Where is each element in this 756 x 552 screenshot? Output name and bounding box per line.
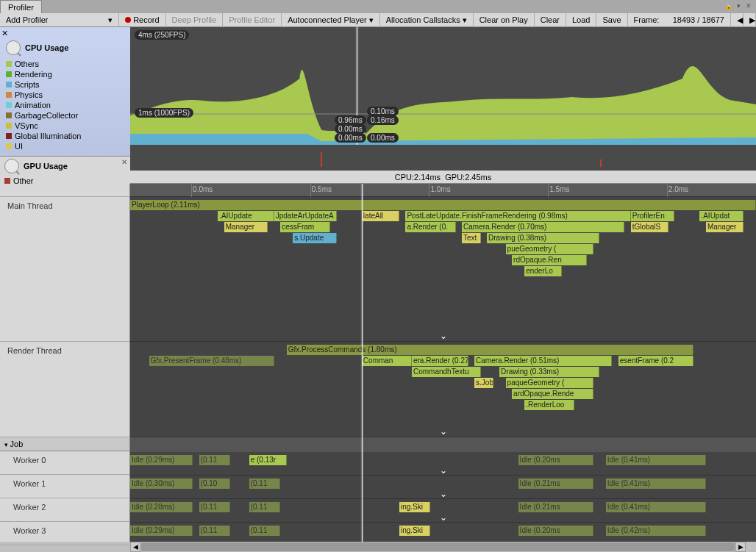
profiler-bar[interactable]: Idle (0.29ms): [130, 455, 193, 465]
profiler-bar[interactable]: Idle (0.20ms: [518, 455, 593, 465]
profiler-bar[interactable]: era.Render (0.27: [412, 356, 468, 366]
profiler-bar[interactable]: s.Update: [293, 233, 337, 243]
profiler-bar[interactable]: (0.11: [199, 526, 231, 536]
profiler-bar[interactable]: Camera.Render (0.70ms): [462, 222, 624, 232]
profiler-bar[interactable]: ardOpaque.Rende: [512, 389, 593, 399]
profiler-bar[interactable]: pueGeometry (: [506, 244, 593, 254]
profiler-tab[interactable]: Profiler: [0, 0, 42, 13]
scrollbar-thumb[interactable]: [141, 542, 735, 551]
profiler-bar[interactable]: Text: [462, 233, 481, 243]
add-profiler-dropdown[interactable]: Add Profiler▾: [0, 13, 119, 27]
main-thread-track[interactable]: PlayerLoop (2.11ms).AIUpdateJpdateArUpda…: [130, 197, 756, 342]
profiler-bar[interactable]: Idle (0.28ms): [130, 502, 193, 512]
lock-icon[interactable]: 🔒: [724, 1, 732, 10]
close-panel-icon[interactable]: ✕: [121, 158, 127, 166]
main-thread-label[interactable]: Main Thread: [0, 197, 129, 342]
profiler-bar[interactable]: Idle (0.21ms: [518, 502, 593, 512]
profiler-bar[interactable]: Idle (0.41ms): [606, 502, 706, 512]
profiler-bar[interactable]: Idle (0.41ms): [606, 455, 706, 465]
profiler-bar[interactable]: Manager: [706, 222, 743, 232]
profiler-bar[interactable]: paqueGeometry (: [506, 378, 593, 388]
prev-frame-button[interactable]: ◀: [731, 13, 743, 27]
profiler-bar[interactable]: rdOpaque.Ren: [512, 255, 587, 265]
worker-track[interactable]: Idle (0.29ms)(0.11e (0.13rIdle (0.20msId…: [130, 452, 756, 476]
profiler-bar[interactable]: Idle (0.42ms): [606, 526, 706, 536]
profiler-bar[interactable]: lateAll: [362, 211, 399, 221]
expand-icon[interactable]: ⌄: [440, 512, 447, 523]
worker-label[interactable]: Worker 0: [0, 451, 129, 475]
legend-item[interactable]: Others: [6, 59, 124, 69]
profiler-bar[interactable]: tGlobalS: [631, 222, 668, 232]
profiler-bar[interactable]: Drawing (0.38ms): [487, 233, 599, 243]
worker-label[interactable]: Worker 2: [0, 498, 129, 522]
profiler-bar[interactable]: Camera.Render (0.51ms): [474, 356, 612, 366]
expand-icon[interactable]: ⌄: [440, 465, 447, 476]
profiler-bar[interactable]: Idle (0.29ms): [130, 526, 193, 536]
profiler-bar[interactable]: Gfx.PresentFrame (0.48ms): [149, 356, 274, 366]
profiler-bar[interactable]: Manager: [224, 222, 268, 232]
load-button[interactable]: Load: [566, 13, 596, 27]
profiler-bar[interactable]: ing.Ski: [399, 526, 431, 536]
legend-item[interactable]: VSync: [6, 121, 124, 131]
allocation-dropdown[interactable]: Allocation Callstacks ▾: [380, 13, 474, 27]
worker-track[interactable]: Idle (0.28ms)(0.11(0.11ing.SkiIdle (0.21…: [130, 499, 756, 523]
tracks[interactable]: 0.0ms0.5ms1.0ms1.5ms2.0ms PlayerLoop (2.…: [130, 184, 756, 542]
timeline-playhead[interactable]: [362, 184, 363, 542]
legend-item[interactable]: Scripts: [6, 79, 124, 90]
next-frame-button[interactable]: ▶: [743, 13, 756, 27]
deep-profile-button[interactable]: Deep Profile: [166, 13, 224, 27]
profiler-bar[interactable]: ing.Ski: [399, 502, 431, 512]
profiler-bar[interactable]: PlayerLoop (2.11ms): [130, 200, 756, 210]
scroll-right-button[interactable]: ▶: [735, 542, 746, 552]
profiler-bar[interactable]: (0.11: [249, 526, 281, 536]
profiler-bar[interactable]: cessFram: [280, 222, 330, 232]
profile-editor-button[interactable]: Profile Editor: [223, 13, 282, 27]
save-button[interactable]: Save: [596, 13, 627, 27]
gpu-usage-panel[interactable]: ✕ GPU Usage Other: [0, 157, 130, 187]
worker-label[interactable]: Worker 1: [0, 475, 129, 498]
record-button[interactable]: Record: [119, 13, 165, 27]
job-group-header[interactable]: Job: [0, 437, 129, 451]
cpu-chart[interactable]: 4ms (250FPS) 1ms (1000FPS) 0.10ms 0.16ms…: [130, 27, 756, 171]
profiler-bar[interactable]: ProfilerEn: [631, 211, 675, 221]
expand-icon[interactable]: ⌄: [440, 489, 447, 499]
profiler-bar[interactable]: (0.11: [249, 478, 281, 489]
profiler-bar[interactable]: Comman: [362, 356, 412, 366]
scroll-left-button[interactable]: ◀: [130, 542, 140, 552]
profiler-bar[interactable]: JpdateArUpdateA: [274, 211, 337, 221]
clear-button[interactable]: Clear: [535, 13, 566, 27]
profiler-bar[interactable]: enderLo: [524, 266, 562, 276]
profiler-bar[interactable]: s.Job: [474, 378, 493, 388]
profiler-bar[interactable]: .AIUpdate: [218, 211, 274, 221]
render-thread-track[interactable]: Gfx.ProcessCommands (1.80ms)Gfx.PresentF…: [130, 342, 756, 437]
expand-icon[interactable]: ⌄: [440, 331, 447, 341]
profiler-bar[interactable]: a.Render (0.: [405, 222, 455, 232]
worker-track[interactable]: Idle (0.29ms)(0.11(0.11ing.SkiIdle (0.20…: [130, 523, 756, 542]
legend-item[interactable]: UI: [6, 141, 124, 151]
profiler-bar[interactable]: esentFrame (0.2: [618, 356, 693, 366]
legend-item[interactable]: Global Illumination: [6, 131, 124, 141]
clear-on-play-button[interactable]: Clear on Play: [474, 13, 535, 27]
close-icon[interactable]: ✕: [744, 1, 753, 10]
profiler-bar[interactable]: Idle (0.30ms): [130, 478, 193, 489]
render-thread-label[interactable]: Render Thread: [0, 342, 129, 437]
profiler-bar[interactable]: PostLateUpdate.FinishFrameRendering (0.9…: [405, 211, 630, 221]
profiler-bar[interactable]: Idle (0.21ms: [518, 478, 593, 489]
profiler-bar[interactable]: Idle (0.20ms: [518, 526, 593, 536]
profiler-bar[interactable]: Gfx.ProcessCommands (1.80ms): [287, 345, 693, 355]
profiler-bar[interactable]: (0.11: [199, 455, 231, 465]
legend-item[interactable]: Rendering: [6, 69, 124, 79]
target-dropdown[interactable]: Autoconnected Player ▾: [282, 13, 380, 27]
legend-item[interactable]: Physics: [6, 90, 124, 100]
profiler-bar[interactable]: e (0.13r: [249, 455, 287, 465]
worker-track[interactable]: Idle (0.30ms)(0.10(0.11Idle (0.21msIdle …: [130, 476, 756, 499]
profiler-bar[interactable]: Idle (0.41ms): [606, 478, 706, 489]
legend-item[interactable]: GarbageCollector: [6, 110, 124, 121]
horizontal-scrollbar[interactable]: ◀ ▶: [130, 542, 746, 552]
profiler-bar[interactable]: .RenderLoo: [524, 400, 574, 410]
legend-item[interactable]: Animation: [6, 100, 124, 110]
worker-label[interactable]: Worker 3: [0, 522, 129, 545]
menu-icon[interactable]: ▾: [734, 1, 743, 10]
profiler-bar[interactable]: (0.11: [249, 502, 281, 512]
cpu-usage-panel[interactable]: ✕ CPU Usage OthersRenderingScriptsPhysic…: [0, 27, 130, 157]
